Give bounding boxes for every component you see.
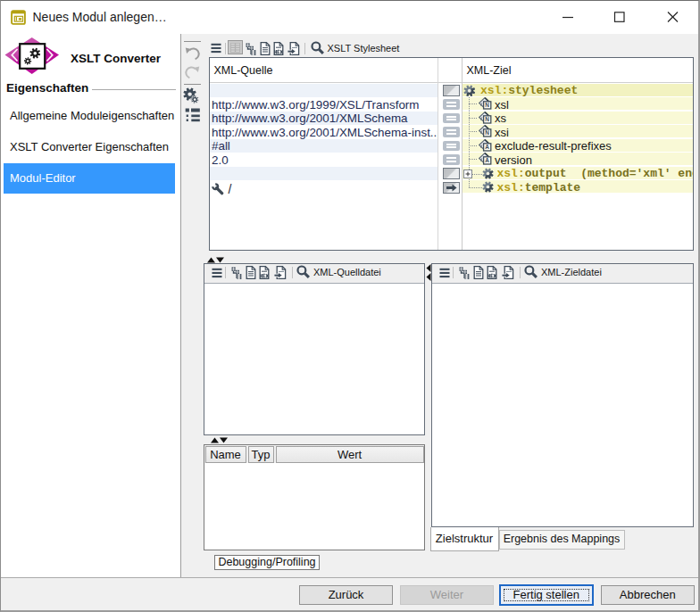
svg-text:N: N bbox=[485, 130, 489, 136]
svg-text:N: N bbox=[485, 103, 489, 109]
svg-text:N: N bbox=[485, 116, 489, 122]
svg-text:A: A bbox=[485, 144, 489, 150]
svg-text:A: A bbox=[485, 158, 489, 164]
